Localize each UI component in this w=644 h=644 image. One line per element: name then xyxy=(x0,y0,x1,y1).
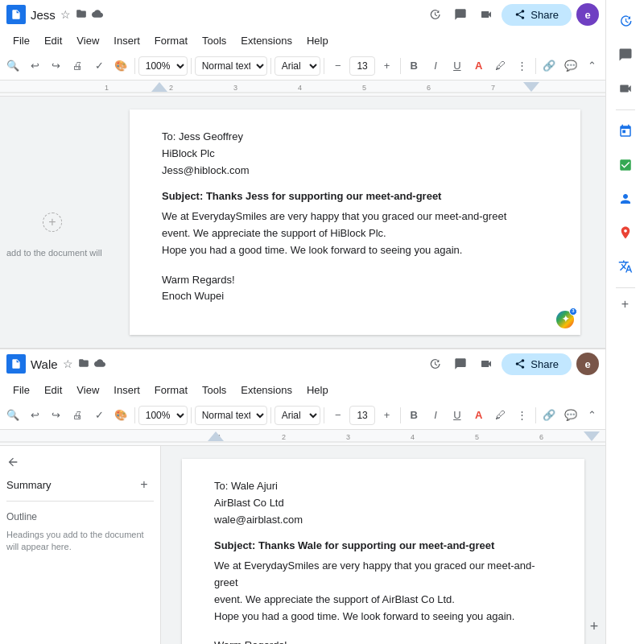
sidebar-icon-calendar[interactable] xyxy=(611,117,640,146)
font-size-1[interactable] xyxy=(349,56,375,76)
star-icon-1[interactable]: ☆ xyxy=(60,8,71,21)
back-button[interactable] xyxy=(6,452,154,472)
search-btn-2[interactable]: 🔍 xyxy=(3,405,23,426)
avatar-1[interactable]: e xyxy=(576,3,599,26)
letter-subject-2: Subject: Thanks Wale for supporting our … xyxy=(214,538,552,555)
ruler-2: 1 2 3 4 5 6 xyxy=(0,430,605,446)
sidebar-icon-maps[interactable] xyxy=(611,218,640,247)
sidebar-icon-video[interactable] xyxy=(611,74,640,103)
menu-tools-2[interactable]: Tools xyxy=(196,382,233,398)
letter-company-1: HiBlock Plc xyxy=(162,146,548,163)
font-plus-2[interactable]: + xyxy=(377,405,397,426)
style-select-1[interactable]: Normal text xyxy=(195,56,267,76)
bottom-add-button[interactable]: + xyxy=(583,615,605,638)
highlight-btn-1[interactable]: 🖊 xyxy=(490,56,510,76)
summary-label: Summary xyxy=(6,479,52,491)
font-size-2[interactable] xyxy=(349,406,375,425)
zoom-select-1[interactable]: 100% xyxy=(138,56,188,76)
more-btn-1[interactable]: ⋮ xyxy=(512,56,532,76)
underline-btn-1[interactable]: U xyxy=(447,56,467,76)
italic-btn-2[interactable]: I xyxy=(426,405,446,426)
menu-file-2[interactable]: File xyxy=(6,382,36,398)
print-btn-1[interactable]: 🖨 xyxy=(68,56,88,76)
summary-add-btn[interactable]: + xyxy=(134,475,154,494)
expand-btn-1[interactable]: ⌃ xyxy=(582,56,602,76)
spellcheck-btn-2[interactable]: ✓ xyxy=(89,405,109,426)
menu-help-2[interactable]: Help xyxy=(300,382,335,398)
sep-2a xyxy=(134,407,135,423)
paint-btn-1[interactable]: 🎨 xyxy=(111,56,131,76)
font-select-1[interactable]: Arial xyxy=(275,56,321,76)
chat-icon-2[interactable] xyxy=(450,353,471,374)
avatar-2[interactable]: e xyxy=(576,353,599,375)
sep-1b xyxy=(191,58,192,74)
menu-tools-1[interactable]: Tools xyxy=(196,33,233,48)
history-icon-2[interactable] xyxy=(424,353,445,374)
video-icon-2[interactable] xyxy=(476,353,497,374)
sidebar-icon-history[interactable] xyxy=(611,6,640,35)
letter-closing-1: Warm Regards! xyxy=(162,272,548,289)
sidebar-add-button[interactable]: + xyxy=(616,295,635,314)
more-btn-2[interactable]: ⋮ xyxy=(512,405,532,426)
svg-marker-18 xyxy=(584,431,600,441)
redo-btn-1[interactable]: ↪ xyxy=(47,56,67,76)
video-icon-1[interactable] xyxy=(476,4,497,25)
letter-body1-2: We at EverydaySmiles are very happy that… xyxy=(214,558,552,592)
undo-btn-2[interactable]: ↩ xyxy=(25,405,45,426)
zoom-select-2[interactable]: 100% xyxy=(138,406,188,425)
menu-edit-2[interactable]: Edit xyxy=(38,382,68,398)
sidebar-icon-translate[interactable] xyxy=(611,252,640,281)
style-select-2[interactable]: Normal text xyxy=(195,406,267,425)
folder-icon-2[interactable] xyxy=(78,357,89,371)
gemini-badge-1: ✦ 3 xyxy=(556,311,574,328)
bold-btn-2[interactable]: B xyxy=(404,405,424,426)
redo-btn-2[interactable]: ↪ xyxy=(47,405,67,426)
menu-insert-2[interactable]: Insert xyxy=(107,382,147,398)
comment-btn-2[interactable]: 💬 xyxy=(560,405,580,426)
paint-btn-2[interactable]: 🎨 xyxy=(111,405,131,426)
print-btn-2[interactable]: 🖨 xyxy=(68,405,88,426)
highlight-btn-2[interactable]: 🖊 xyxy=(490,405,510,426)
font-plus-1[interactable]: + xyxy=(377,56,397,76)
sidebar-icon-chat[interactable] xyxy=(611,40,640,69)
menu-view-1[interactable]: View xyxy=(70,33,105,48)
menu-insert-1[interactable]: Insert xyxy=(107,33,147,48)
add-doc-btn-1[interactable]: + xyxy=(43,213,62,232)
color-btn-2[interactable]: A xyxy=(469,405,489,426)
menu-help-1[interactable]: Help xyxy=(300,33,335,48)
search-btn-1[interactable]: 🔍 xyxy=(3,56,23,76)
undo-btn-1[interactable]: ↩ xyxy=(25,56,45,76)
sidebar-icon-contacts[interactable] xyxy=(611,184,640,213)
menu-extensions-2[interactable]: Extensions xyxy=(234,382,299,398)
italic-btn-1[interactable]: I xyxy=(426,56,446,76)
font-minus-1[interactable]: − xyxy=(328,56,348,76)
font-minus-2[interactable]: − xyxy=(328,405,348,426)
color-btn-1[interactable]: A xyxy=(469,56,489,76)
share-button-2[interactable]: Share xyxy=(502,353,572,375)
history-icon-1[interactable] xyxy=(424,4,445,25)
bold-btn-1[interactable]: B xyxy=(404,56,424,76)
spellcheck-btn-1[interactable]: ✓ xyxy=(89,56,109,76)
sidebar-icon-tasks[interactable] xyxy=(611,151,640,180)
menu-file-1[interactable]: File xyxy=(6,33,36,48)
underline-btn-2[interactable]: U xyxy=(447,405,467,426)
menu-view-2[interactable]: View xyxy=(70,382,105,398)
share-button-1[interactable]: Share xyxy=(502,4,572,26)
sep-2d xyxy=(324,407,324,423)
chat-icon-1[interactable] xyxy=(450,4,471,25)
menu-edit-1[interactable]: Edit xyxy=(38,33,68,48)
link-btn-2[interactable]: 🔗 xyxy=(539,405,559,426)
folder-icon-1[interactable] xyxy=(76,8,87,22)
font-select-2[interactable]: Arial xyxy=(275,406,321,425)
panel-divider xyxy=(6,501,154,502)
sep-1f xyxy=(535,58,536,74)
star-icon-2[interactable]: ☆ xyxy=(63,357,73,370)
expand-btn-2[interactable]: ⌃ xyxy=(582,405,602,426)
menu-format-1[interactable]: Format xyxy=(148,33,194,48)
comment-btn-1[interactable]: 💬 xyxy=(560,56,580,76)
menu-format-2[interactable]: Format xyxy=(148,382,194,398)
page-1: To: Jess Geoffrey HiBlock Plc Jess@hiblo… xyxy=(130,109,580,335)
menu-extensions-1[interactable]: Extensions xyxy=(234,33,299,48)
link-btn-1[interactable]: 🔗 xyxy=(539,56,559,76)
svg-text:1: 1 xyxy=(105,84,109,92)
